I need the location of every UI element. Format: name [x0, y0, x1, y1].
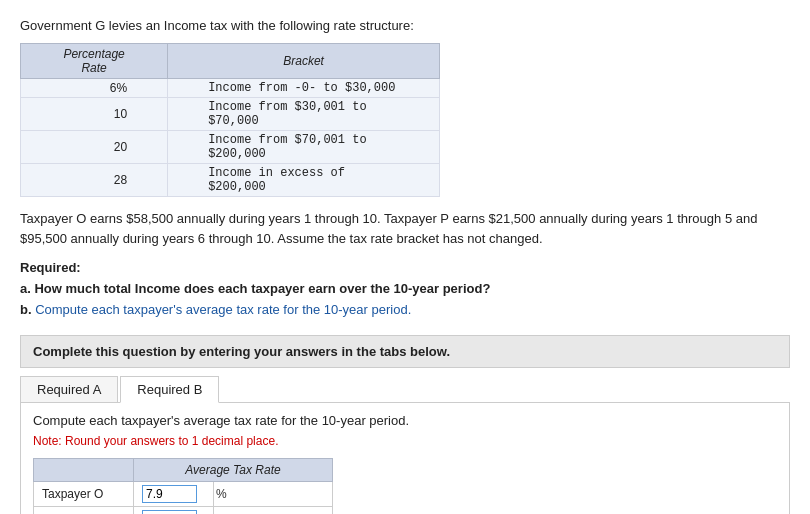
- required-label: Required:: [20, 260, 790, 275]
- bracket-cell: Income in excess of $200,000: [168, 164, 440, 197]
- rate-table-row: 6%Income from -0- to $30,000: [21, 79, 440, 98]
- rate-table-row: 10Income from $30,001 to $70,000: [21, 98, 440, 131]
- tab-required-b[interactable]: Required B: [120, 376, 219, 403]
- taxpayer-label: Taxpayer P: [34, 506, 134, 514]
- taxpayer-label: Taxpayer O: [34, 481, 134, 506]
- tax-rate-input-cell[interactable]: [134, 481, 214, 506]
- tab-description: Compute each taxpayer's average tax rate…: [33, 413, 777, 428]
- answer-table-col-header: Average Tax Rate: [134, 458, 333, 481]
- description-text: Taxpayer O earns $58,500 annually during…: [20, 209, 790, 248]
- required-item-a: a. How much total Income does each taxpa…: [20, 279, 790, 300]
- bracket-cell: Income from $70,001 to $200,000: [168, 131, 440, 164]
- rate-table-row: 20Income from $70,001 to $200,000: [21, 131, 440, 164]
- answer-table-row: Taxpayer O%: [34, 481, 333, 506]
- answer-table-row: Taxpayer P%: [34, 506, 333, 514]
- tax-rate-input-cell[interactable]: [134, 506, 214, 514]
- tab-content: Compute each taxpayer's average tax rate…: [20, 403, 790, 514]
- percent-label: %: [214, 506, 333, 514]
- tab-required-a[interactable]: Required A: [20, 376, 118, 402]
- rate-cell: 28: [21, 164, 168, 197]
- answer-table-empty-header: [34, 458, 134, 481]
- bracket-cell: Income from $30,001 to $70,000: [168, 98, 440, 131]
- answer-table: Average Tax Rate Taxpayer O%Taxpayer P%: [33, 458, 333, 514]
- bracket-col-header: Bracket: [168, 44, 440, 79]
- tax-rate-input-0[interactable]: [142, 485, 197, 503]
- rate-col-header: Percentage Rate: [21, 44, 168, 79]
- rate-table: Percentage Rate Bracket 6%Income from -0…: [20, 43, 440, 197]
- instruction-box: Complete this question by entering your …: [20, 335, 790, 368]
- tabs-container: Required A Required B: [20, 376, 790, 403]
- rate-table-row: 28Income in excess of $200,000: [21, 164, 440, 197]
- rate-cell: 6%: [21, 79, 168, 98]
- bracket-cell: Income from -0- to $30,000: [168, 79, 440, 98]
- required-item-b: b. Compute each taxpayer's average tax r…: [20, 300, 790, 321]
- percent-label: %: [214, 481, 333, 506]
- rate-cell: 20: [21, 131, 168, 164]
- rate-cell: 10: [21, 98, 168, 131]
- tax-rate-input-1[interactable]: [142, 510, 197, 514]
- intro-text: Government G levies an Income tax with t…: [20, 18, 790, 33]
- required-items: a. How much total Income does each taxpa…: [20, 279, 790, 321]
- tab-note: Note: Round your answers to 1 decimal pl…: [33, 434, 777, 448]
